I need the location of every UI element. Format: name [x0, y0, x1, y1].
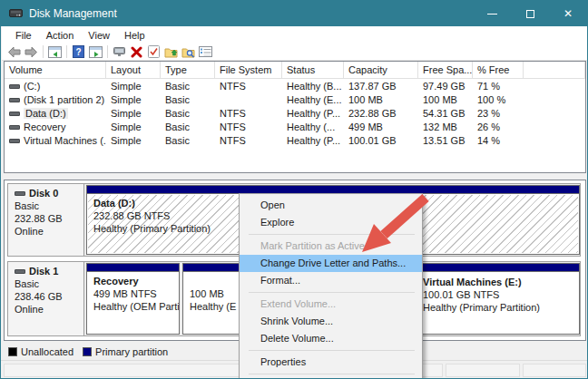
disk1-size: 238.46 GB [15, 290, 83, 303]
disk0-size: 232.88 GB [15, 212, 83, 225]
properties-icon[interactable] [198, 44, 213, 59]
legend-primary-partition: Primary partition [83, 346, 168, 357]
toolbar-separator [66, 45, 67, 58]
cell-pct: 23 % [473, 107, 524, 119]
disk1-type: Basic [15, 277, 83, 290]
window-controls: ✕ [473, 1, 587, 26]
cell-status: Healthy (P... [282, 107, 344, 119]
disk1-label[interactable]: Disk 1 Basic 238.46 GB Online [8, 262, 84, 335]
cell-fs [215, 99, 282, 100]
volume-icon [9, 98, 20, 102]
partition-recovery[interactable]: Recovery 499 MB NTFS Healthy (OEM Parti [86, 263, 180, 335]
partition-efi-text: 100 MB Healthy (E [183, 272, 240, 313]
status-panel [523, 364, 586, 377]
cell-capacity: 232.88 GB [344, 107, 418, 119]
cell-layout: Simple [106, 134, 161, 146]
column-header-filesystem[interactable]: File System [215, 62, 282, 78]
maximize-button[interactable] [511, 1, 549, 26]
volume-row-disk1-partition2[interactable]: (Disk 1 partition 2) Simple Basic Health… [5, 92, 585, 106]
cell-pct: 14 % [473, 134, 524, 146]
cell-pct: 26 % [473, 121, 524, 132]
disk1-name: Disk 1 [29, 265, 58, 277]
cell-layout: Simple [106, 121, 161, 132]
volume-icon [9, 125, 20, 130]
volume-icon [9, 112, 20, 116]
column-header-pctfree[interactable]: % Free [473, 62, 524, 78]
cell-status: Healthy (P... [282, 134, 344, 146]
legend-primary-partition-label: Primary partition [95, 346, 168, 357]
volume-row-recovery[interactable]: Recovery Simple Basic NTFS Healthy (... … [5, 120, 585, 133]
disk0-name: Disk 0 [29, 187, 58, 199]
column-header-capacity[interactable]: Capacity [344, 62, 418, 78]
explore-icon[interactable] [181, 44, 196, 59]
menu-item-properties[interactable]: Properties [240, 354, 422, 371]
cell-pct: 100 % [473, 93, 524, 105]
disk1-status: Online [15, 303, 83, 316]
column-header-layout[interactable]: Layout [106, 62, 161, 78]
menu-file[interactable]: File [8, 28, 39, 43]
toolbar: ? [2, 44, 588, 61]
folder-up-icon[interactable] [163, 44, 179, 59]
volume-name: Data (D:) [24, 108, 68, 119]
disk0-status: Online [15, 225, 83, 238]
menu-help[interactable]: Help [117, 28, 152, 43]
primary-partition-swatch [83, 347, 92, 356]
app-disk-icon [9, 7, 23, 20]
menu-view[interactable]: View [81, 28, 117, 43]
disk0-label[interactable]: Disk 0 Basic 232.88 GB Online [8, 184, 84, 256]
column-header-volume[interactable]: Volume [5, 62, 106, 78]
column-header-freespace[interactable]: Free Spa... [418, 62, 473, 78]
volume-row-virtual-machines[interactable]: Virtual Machines (... Simple Basic NTFS … [5, 133, 585, 147]
screen-icon[interactable] [112, 44, 127, 59]
forward-icon[interactable] [24, 44, 39, 59]
cell-fs: NTFS [215, 121, 282, 132]
disk-icon [15, 191, 25, 196]
volume-name: (Disk 1 partition 2) [24, 94, 104, 105]
help-icon[interactable]: ? [71, 44, 86, 59]
volume-row-data-d[interactable]: Data (D:) Simple Basic NTFS Healthy (P..… [5, 106, 585, 120]
partition-efi[interactable]: 100 MB Healthy (E [182, 263, 240, 335]
volume-row-c[interactable]: (C:) Simple Basic NTFS Healthy (B... 137… [5, 79, 585, 92]
volume-name: (C:) [24, 81, 40, 92]
column-header-blank [524, 62, 585, 78]
mark-active-icon[interactable] [146, 44, 162, 59]
cell-fs: NTFS [215, 134, 282, 146]
cell-pct: 71 % [473, 80, 524, 92]
disk0-type: Basic [15, 199, 83, 212]
cell-layout: Simple [106, 107, 161, 119]
menu-item-shrink-volume[interactable]: Shrink Volume... [240, 313, 422, 330]
partition-virtual-machines-text: Virtual Machines (E:) 100.01 GB NTFS Hea… [416, 273, 540, 314]
title-bar: Disk Management ✕ [1, 1, 587, 26]
menu-action[interactable]: Action [39, 28, 82, 43]
volume-list: Volume Layout Type File System Status Ca… [4, 61, 586, 173]
cell-fs: NTFS [215, 107, 282, 119]
svg-text:?: ? [75, 47, 81, 57]
cell-capacity: 137.87 GB [344, 80, 418, 92]
partition-recovery-text: Recovery 499 MB NTFS Healthy (OEM Parti [87, 272, 179, 313]
cell-type: Basic [161, 121, 215, 132]
menu-item-format[interactable]: Format... [240, 272, 422, 289]
cell-fs: NTFS [215, 80, 282, 92]
close-button[interactable]: ✕ [549, 1, 587, 26]
menu-separator [249, 374, 415, 374]
volume-list-header: Volume Layout Type File System Status Ca… [5, 62, 585, 79]
cell-capacity: 499 MB [344, 121, 418, 132]
back-icon[interactable] [6, 44, 22, 59]
close-icon: ✕ [564, 8, 573, 19]
menu-separator [249, 350, 415, 351]
minimize-button[interactable] [473, 1, 511, 26]
show-pane-icon[interactable] [88, 44, 103, 59]
cell-layout: Simple [106, 93, 161, 105]
volume-icon [9, 139, 20, 143]
column-header-status[interactable]: Status [282, 62, 344, 78]
cell-status: Healthy (E... [282, 93, 344, 105]
delete-volume-icon[interactable] [129, 44, 144, 59]
menu-bar: File Action View Help [2, 26, 588, 44]
console-tree-icon[interactable] [47, 44, 63, 59]
cell-layout: Simple [106, 80, 161, 92]
menu-item-delete-volume[interactable]: Delete Volume... [240, 330, 422, 347]
cell-free: 132 MB [418, 121, 473, 132]
toolbar-separator [43, 45, 44, 58]
menu-separator [249, 292, 415, 293]
column-header-type[interactable]: Type [161, 62, 215, 78]
